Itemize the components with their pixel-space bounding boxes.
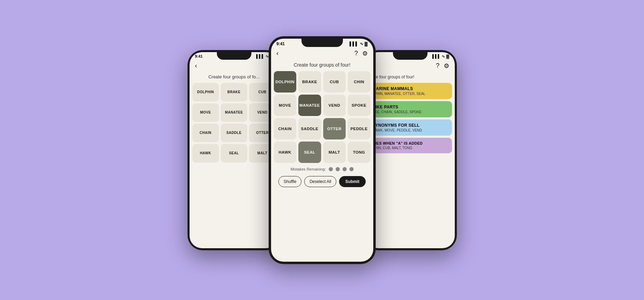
tile-peddle-center[interactable]: PEDDLE (348, 118, 371, 139)
category-synonyms: SYNONYMS FOR SELL HAWK, MOVE, PEDDLE, VE… (368, 119, 452, 136)
tile-saddle-left[interactable]: SADDLE (221, 124, 247, 142)
category-marine-items: LPHIN, MANATEE, OTTER, SEAL (373, 92, 448, 96)
signal-left: ▌▌▌ (256, 54, 264, 58)
category-synonyms-title: SYNONYMS FOR SELL (373, 123, 448, 128)
tile-move-center[interactable]: MOVE (274, 95, 297, 116)
category-marine: MARINE MAMMALS LPHIN, MANATEE, OTTER, SE… (368, 83, 452, 99)
tile-dolphin-left[interactable]: DOLPHIN (192, 83, 219, 101)
phone-center: 9:41 ▌▌▌ ∿ ▓ ‹ ? ⚙ Create four groups of… (269, 36, 376, 264)
settings-button-center[interactable]: ⚙ (362, 50, 368, 57)
settings-button-right[interactable]: ⚙ (444, 62, 449, 70)
wifi-center: ∿ (360, 41, 363, 46)
category-ries-items: CHIN, CUB, MALT, TONG (373, 146, 448, 150)
nav-center: ‹ ? ⚙ (271, 47, 373, 60)
category-bike-title: BIKE PARTS (373, 105, 448, 109)
nav-right: ? ⚙ (366, 59, 455, 72)
shuffle-button[interactable]: Shuffle (278, 176, 301, 187)
dot-4 (349, 167, 354, 171)
help-button-right[interactable]: ? (436, 62, 439, 69)
tile-brake-center[interactable]: BRAKE (298, 71, 321, 93)
word-grid-left: DOLPHIN BRAKE CUB MOVE MANATEE VEND CHAI… (190, 83, 279, 163)
notch-left (217, 52, 251, 60)
phone-center-screen: 9:41 ▌▌▌ ∿ ▓ ‹ ? ⚙ Create four groups of… (271, 39, 373, 262)
tile-manatee-left[interactable]: MANATEE (221, 103, 247, 122)
mistakes-label: Mistakes Remaining: (290, 167, 326, 171)
deselect-button[interactable]: Deselect All (304, 176, 336, 187)
time-center: 9:41 (277, 41, 285, 46)
tile-saddle-center[interactable]: SADDLE (298, 118, 321, 139)
bottom-buttons: Shuffle Deselect All Submit (271, 174, 373, 191)
category-bike: BIKE PARTS AKE, CHAIN, SADDLE, SPOKE (368, 101, 452, 117)
tile-seal-left[interactable]: SEAL (221, 144, 247, 163)
dot-3 (343, 167, 347, 171)
mistakes-row: Mistakes Remaining: (271, 163, 373, 174)
submit-button[interactable]: Submit (339, 176, 366, 187)
phone-right: ▌▌▌ ∿ ▓ ? ⚙ ...ate four groups of four! … (364, 50, 457, 250)
tile-chain-center[interactable]: CHAIN (274, 118, 297, 139)
category-synonyms-items: HAWK, MOVE, PEDDLE, VEND (373, 128, 448, 132)
battery-right: ▓ (446, 54, 449, 58)
notch-right (393, 52, 427, 60)
nav-right-icons-center: ? ⚙ (354, 50, 367, 57)
phone-left-screen: 9:41 ▌▌▌ ∿ ▓ ‹ Create four groups of fo.… (190, 52, 279, 248)
tile-hawk-left[interactable]: HAWK (192, 144, 219, 163)
category-bike-items: AKE, CHAIN, SADDLE, SPOKE (373, 110, 448, 114)
tile-chain-left[interactable]: CHAIN (192, 124, 219, 142)
tile-malt-center[interactable]: MALT (323, 142, 346, 163)
notch-center (301, 39, 343, 47)
category-ries: RIES WHEN "A" IS ADDED CHIN, CUB, MALT, … (368, 138, 452, 153)
nav-right-icons-right: ? ⚙ (436, 62, 449, 70)
tile-vend-center[interactable]: VEND (323, 95, 346, 116)
tile-otter-center[interactable]: OTTER (323, 118, 346, 139)
nav-left: ‹ (190, 59, 279, 72)
categories-list: MARINE MAMMALS LPHIN, MANATEE, OTTER, SE… (366, 83, 455, 153)
signal-right: ▌▌▌ (432, 54, 440, 58)
instructions-left: Create four groups of fo... (190, 72, 279, 83)
back-button-left[interactable]: ‹ (195, 62, 197, 69)
time-left: 9:41 (195, 54, 203, 58)
tile-manatee-center[interactable]: MANATEE (298, 95, 321, 116)
tile-hawk-center[interactable]: HAWK (274, 142, 297, 163)
help-button-center[interactable]: ? (354, 50, 358, 57)
tile-seal-center[interactable]: SEAL (298, 142, 321, 163)
phone-left: 9:41 ▌▌▌ ∿ ▓ ‹ Create four groups of fo.… (188, 50, 281, 250)
dot-2 (336, 167, 340, 171)
wifi-right: ∿ (442, 54, 445, 59)
category-ries-title: RIES WHEN "A" IS ADDED (373, 141, 448, 145)
back-button-center[interactable]: ‹ (277, 50, 279, 57)
phones-container: 9:41 ▌▌▌ ∿ ▓ ‹ Create four groups of fo.… (167, 12, 478, 288)
tile-cub-center[interactable]: CUB (323, 71, 346, 93)
instructions-center: Create four groups of four! (271, 60, 373, 71)
status-icons-right: ▌▌▌ ∿ ▓ (432, 54, 449, 59)
tile-spoke-center[interactable]: SPOKE (348, 95, 371, 116)
tile-dolphin-center[interactable]: DOLPHIN (274, 71, 297, 93)
tile-tong-center[interactable]: TONG (348, 142, 371, 163)
dot-1 (329, 167, 333, 171)
battery-center: ▓ (365, 41, 368, 46)
tile-chin-center[interactable]: CHIN (348, 71, 371, 93)
tile-brake-left[interactable]: BRAKE (221, 83, 247, 101)
tile-move-left[interactable]: MOVE (192, 103, 219, 122)
signal-center: ▌▌▌ (349, 41, 358, 46)
instructions-right: ...ate four groups of four! (366, 72, 455, 83)
word-grid-center: DOLPHIN BRAKE CUB CHIN MOVE MANATEE VEND… (271, 71, 373, 163)
phone-right-screen: ▌▌▌ ∿ ▓ ? ⚙ ...ate four groups of four! … (366, 52, 455, 248)
status-icons-center: ▌▌▌ ∿ ▓ (349, 41, 367, 46)
category-marine-title: MARINE MAMMALS (373, 86, 448, 91)
